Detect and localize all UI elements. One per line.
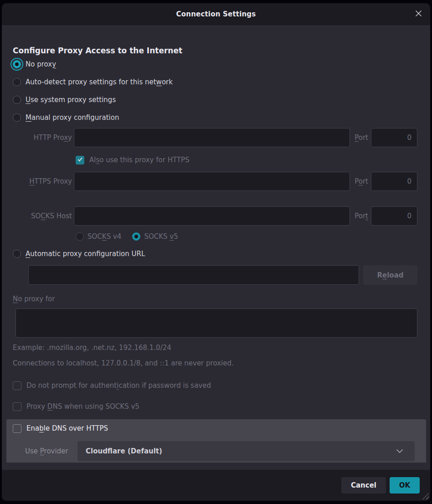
enable-doh-checkbox[interactable] [13, 424, 21, 433]
http-port-label: Port [355, 134, 368, 142]
chevron-down-icon [396, 447, 404, 455]
also-https-label: Also use this proxy for HTTPS [89, 156, 190, 164]
ok-button[interactable]: OK [390, 477, 420, 494]
no-proxy-for-textarea[interactable] [15, 309, 417, 338]
http-proxy-input[interactable] [74, 128, 350, 147]
resize-grip[interactable] [420, 491, 429, 499]
https-port-label: Port [355, 177, 368, 185]
no-proxy-label: No proxy [26, 60, 56, 68]
example-help-text: Example: .mozilla.org, .net.nz, 192.168.… [13, 343, 430, 352]
socks-port-label: Port [355, 212, 368, 220]
radio-row-system-proxy: Use system proxy settings [13, 91, 430, 108]
no-auth-prompt-label: Do not prompt for authentication if pass… [26, 381, 211, 390]
no-proxy-for-label: No proxy for [13, 294, 417, 303]
socks-host-input[interactable] [74, 206, 350, 226]
proxy-dns-label: Proxy DNS when using SOCKS v5 [26, 402, 139, 411]
close-button[interactable] [412, 8, 425, 21]
https-port-input[interactable] [371, 172, 417, 191]
localhost-help-text: Connections to localhost, 127.0.0.1/8, a… [13, 359, 430, 367]
also-https-row: Also use this proxy for HTTPS [76, 155, 430, 165]
no-proxy-radio[interactable] [13, 60, 21, 68]
enable-doh-row: Enable DNS over HTTPS [13, 423, 426, 434]
dialog-content: Configure Proxy Access to the Internet N… [2, 25, 430, 470]
socks-v5-label: SOCKS v5 [144, 232, 178, 241]
socks-host-row: SOCKS Host Port [13, 206, 417, 226]
http-port-input[interactable] [371, 128, 417, 147]
radio-row-no-proxy: No proxy [13, 55, 430, 73]
socks-version-row: SOCKS v4 SOCKS v5 [76, 231, 430, 242]
auto-url-input-row: Reload [28, 265, 417, 285]
dialog-titlebar: Connection Settings [2, 3, 430, 25]
no-auth-prompt-row: Do not prompt for authentication if pass… [13, 381, 417, 390]
manual-proxy-radio[interactable] [13, 113, 21, 122]
socks-v5-radio[interactable] [132, 232, 140, 241]
checkmark-icon [77, 156, 83, 164]
https-proxy-label: HTTPS Proxy [13, 177, 74, 185]
also-https-checkbox[interactable] [76, 156, 84, 165]
autodetect-proxy-label: Auto-detect proxy settings for this netw… [26, 78, 173, 86]
provider-selected-value: Cloudflare (Default) [86, 447, 162, 455]
auto-url-radio[interactable] [13, 250, 21, 258]
radio-row-auto-url: Automatic proxy configuration URL [13, 247, 430, 261]
radio-row-autodetect: Auto-detect proxy settings for this netw… [13, 73, 430, 91]
proxy-dns-checkbox[interactable] [13, 402, 21, 411]
system-proxy-radio[interactable] [13, 96, 21, 104]
system-proxy-label: Use system proxy settings [26, 96, 116, 104]
dialog-footer: Cancel OK [2, 470, 430, 501]
cancel-button[interactable]: Cancel [341, 477, 386, 494]
autodetect-proxy-radio[interactable] [13, 78, 21, 86]
auto-url-input[interactable] [28, 265, 359, 285]
https-proxy-row: HTTPS Proxy Port [13, 172, 417, 191]
http-proxy-label: HTTP Proxy [13, 134, 74, 142]
manual-proxy-label: Manual proxy configuration [26, 113, 119, 122]
socks-port-input[interactable] [371, 206, 417, 226]
close-icon [414, 9, 423, 19]
dns-over-https-section: Enable DNS over HTTPS Use Provider Cloud… [6, 419, 426, 463]
enable-doh-label: Enable DNS over HTTPS [26, 424, 108, 432]
http-proxy-row: HTTP Proxy Port [13, 128, 417, 147]
page-title: Configure Proxy Access to the Internet [13, 46, 417, 55]
use-provider-label: Use Provider [13, 447, 77, 455]
socks-v4-radio[interactable] [76, 232, 84, 241]
dialog-title: Connection Settings [176, 10, 256, 18]
https-proxy-input[interactable] [74, 172, 350, 191]
reload-button[interactable]: Reload [363, 265, 417, 285]
provider-dropdown[interactable]: Cloudflare (Default) [77, 441, 415, 461]
provider-row: Use Provider Cloudflare (Default) [13, 441, 426, 461]
socks-host-label: SOCKS Host [13, 212, 74, 220]
socks-v4-label: SOCKS v4 [87, 232, 121, 241]
radio-row-manual-proxy: Manual proxy configuration [13, 108, 430, 126]
auto-url-label: Automatic proxy configuration URL [26, 250, 145, 258]
no-auth-prompt-checkbox[interactable] [13, 381, 21, 390]
proxy-dns-row: Proxy DNS when using SOCKS v5 [13, 402, 417, 411]
connection-settings-dialog: Connection Settings Configure Proxy Acce… [2, 3, 430, 501]
